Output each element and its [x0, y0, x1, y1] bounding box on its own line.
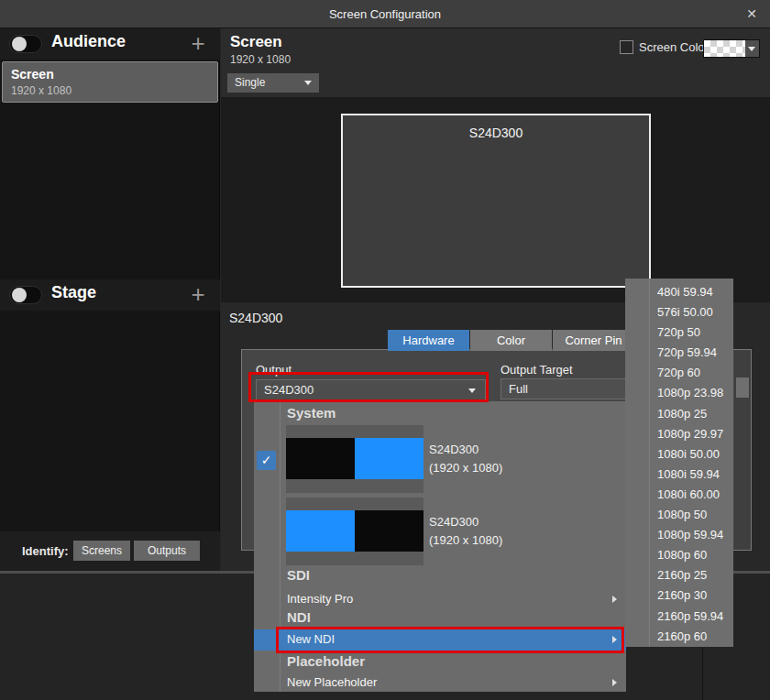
submenu-arrow-icon [612, 596, 617, 603]
stage-toggle[interactable] [9, 286, 42, 304]
menu-section-placeholder: Placeholder [287, 653, 365, 669]
screen-color-label: Screen Color [639, 40, 709, 54]
display-name: S24D300 [429, 513, 502, 531]
display-arrangement-thumbnail [286, 498, 424, 565]
resolution-list: 480i 59.94 576i 50.00 720p 50 720p 59.94… [625, 282, 733, 647]
resolution-option[interactable]: 1080p 23.98 [625, 383, 733, 403]
toggle-knob [12, 288, 27, 302]
resolution-option[interactable]: 2160p 59.94 [625, 607, 733, 627]
panel-scrollbar[interactable] [734, 350, 751, 550]
close-icon[interactable]: ✕ [739, 0, 764, 28]
screen-item-resolution: 1920 x 1080 [11, 84, 72, 97]
transparent-checker-swatch [704, 40, 745, 57]
annotation-highlight-output-dropdown [248, 372, 489, 402]
dialog-title: Screen Configuration [0, 0, 770, 28]
menu-section-ndi: NDI [287, 609, 311, 625]
arrangement-dropdown[interactable]: Single [227, 73, 319, 93]
other-monitor-swatch [355, 510, 424, 552]
display-option-label: S24D300 (1920 x 1080) [429, 513, 502, 550]
editor-tabs: Hardware Color Corner Pin [388, 330, 635, 351]
selected-monitor-swatch [355, 438, 424, 479]
output-preview-name: S24D300 [343, 126, 649, 140]
tab-corner-pin[interactable]: Corner Pin [553, 330, 634, 351]
resolution-option[interactable]: 720p 59.94 [625, 343, 733, 363]
menu-item-text: Intensity Pro [287, 592, 353, 606]
display-arrangement-thumbnail [286, 425, 424, 493]
resolution-option[interactable]: 2160p 60 [625, 627, 733, 647]
display-size: (1920 x 1080) [429, 459, 502, 477]
resolution-option[interactable]: 2160p 30 [625, 585, 733, 606]
sidebar-item-screen[interactable]: Screen 1920 x 1080 [2, 61, 218, 103]
resolution-option[interactable]: 480i 59.94 [625, 282, 733, 302]
screen-resolution: 1920 x 1080 [230, 53, 291, 66]
identify-row: Identify: Screens Outputs [0, 531, 220, 571]
toggle-knob [12, 37, 27, 51]
output-target-label: Output Target [500, 363, 573, 377]
resolution-option[interactable]: 2160p 25 [625, 565, 733, 585]
output-preview-rect[interactable]: S24D300 [341, 114, 651, 288]
menu-item-text: New Placeholder [287, 675, 377, 689]
output-target-dropdown[interactable]: Full [500, 378, 628, 399]
stage-section-header: Stage + [0, 279, 220, 311]
add-audience-screen-icon[interactable]: + [187, 30, 209, 56]
resolution-option[interactable]: 1080p 29.97 [625, 424, 733, 444]
identify-screens-button[interactable]: Screens [73, 541, 130, 561]
screen-header: Screen 1920 x 1080 Single Screen Color [221, 28, 770, 98]
scrollbar-thumb[interactable] [736, 377, 749, 398]
display-size: (1920 x 1080) [429, 531, 502, 550]
chevron-down-icon [748, 47, 755, 51]
add-stage-screen-icon[interactable]: + [187, 281, 209, 307]
resolution-option[interactable]: 1080p 50 [625, 505, 733, 525]
menu-section-system: System [287, 405, 336, 421]
selected-monitor-swatch [286, 510, 355, 552]
audience-label: Audience [51, 32, 126, 51]
display-name: S24D300 [429, 441, 502, 459]
resolution-option[interactable]: 720p 60 [625, 363, 733, 383]
resolution-option[interactable]: 1080i 59.94 [625, 465, 733, 485]
screens-sidebar: Audience + Screen 1920 x 1080 Stage + Id… [0, 28, 220, 571]
screen-item-title: Screen [11, 67, 54, 82]
identify-label: Identify: [22, 544, 69, 558]
identify-outputs-button[interactable]: Outputs [134, 541, 200, 561]
resolution-option[interactable]: 720p 50 [625, 323, 733, 343]
screen-color-checkbox[interactable] [620, 40, 633, 54]
swatch-arrow-zone[interactable] [745, 40, 759, 57]
resolution-option[interactable]: 1080p 25 [625, 404, 733, 424]
annotation-highlight-new-ndi [276, 627, 624, 653]
screen-configuration-dialog: Screen Configuration ✕ Audience + Screen… [0, 0, 770, 700]
arrangement-value: Single [235, 73, 265, 93]
resolution-option[interactable]: 1080p 59.94 [625, 525, 733, 545]
resolution-submenu: 480i 59.94 576i 50.00 720p 50 720p 59.94… [625, 279, 733, 647]
title-bar[interactable]: Screen Configuration ✕ [0, 0, 770, 28]
stage-label: Stage [51, 283, 96, 302]
menu-section-sdi: SDI [287, 567, 310, 583]
selected-output-name: S24D300 [229, 311, 282, 325]
display-option-label: S24D300 (1920 x 1080) [429, 441, 502, 477]
checkmark-icon: ✓ [257, 451, 276, 470]
resolution-option[interactable]: 1080p 60 [625, 545, 733, 565]
screen-title: Screen [230, 33, 282, 51]
bottom-divider-line [702, 648, 703, 700]
resolution-option[interactable]: 1080i 50.00 [625, 444, 733, 465]
audience-section-header: Audience + [0, 28, 220, 60]
tab-color[interactable]: Color [470, 330, 552, 351]
tab-hardware[interactable]: Hardware [388, 330, 469, 351]
other-monitor-swatch [286, 438, 355, 479]
screen-color-swatch-dropdown[interactable] [703, 39, 760, 58]
submenu-arrow-icon [612, 679, 617, 686]
chevron-down-icon [304, 81, 312, 85]
output-target-value: Full [509, 379, 528, 399]
resolution-option[interactable]: 576i 50.00 [625, 302, 733, 323]
audience-toggle[interactable] [9, 35, 42, 53]
screen-layout-canvas[interactable]: S24D300 [221, 98, 770, 302]
resolution-option[interactable]: 1080i 60.00 [625, 485, 733, 505]
